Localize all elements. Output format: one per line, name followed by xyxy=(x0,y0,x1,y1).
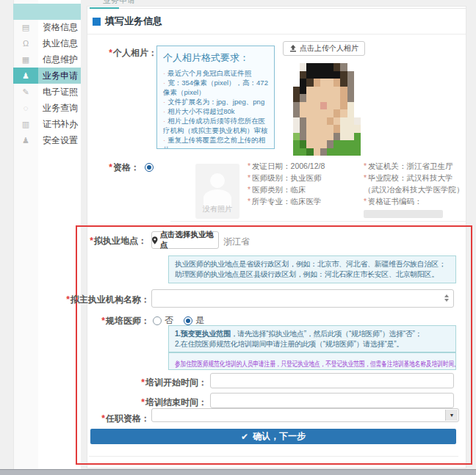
org-name-label: *拟主执业机构名称： xyxy=(62,294,150,306)
photo-requirement-item: ·文件扩展名为：jpg、jpeg、png xyxy=(163,97,268,106)
required-marker: * xyxy=(141,377,145,388)
silhouette-head xyxy=(210,173,225,188)
required-marker: * xyxy=(101,413,105,424)
page-header: 填写业务信息 xyxy=(93,15,162,28)
dropdown-arrow-icon[interactable]: ▼ xyxy=(445,410,458,421)
required-marker: * xyxy=(90,236,93,246)
bullet-icon: · xyxy=(163,98,165,106)
redacted-value xyxy=(364,210,443,218)
location-help-box: 执业医师的执业地点是省级行政区划，例如：北京市、河北省、新疆维吾尔族自治区；助理… xyxy=(168,255,456,283)
sidebar-item-business-query[interactable]: ◌业务查询 xyxy=(13,100,81,116)
qualification-label: *资格： xyxy=(87,162,140,174)
guipei-radio-no[interactable] xyxy=(153,316,162,325)
photo-requirement-item: ·相片大小不得超过80k xyxy=(163,106,268,116)
required-marker: * xyxy=(66,294,70,305)
sidebar-item-practice-info[interactable]: Ω执业信息 xyxy=(13,35,81,51)
tab-bar-divider xyxy=(119,8,466,9)
section-marker-icon xyxy=(93,18,101,26)
training-note-text: 参加住院医师规范化培训的人员申请注册，只登记执业地点，不登记执业范围，但需备注培… xyxy=(175,359,456,369)
photo-requirements-title: 个人相片格式要求： xyxy=(163,51,268,65)
sidebar-item-label: 安全设置 xyxy=(38,132,81,148)
confirm-next-button[interactable]: ✔ 确认，下一步 xyxy=(90,429,456,444)
required-marker: * xyxy=(141,397,145,407)
clipped-tab[interactable]: 业务申请 xyxy=(103,0,154,7)
choose-location-button[interactable]: 点击选择执业地点 xyxy=(151,231,219,249)
train-end-input[interactable] xyxy=(210,393,454,408)
qualification-field: *毕业院校：武汉科技大学（武汉冶金科技大学医学院） xyxy=(364,172,465,195)
photo-label: *个人相片： xyxy=(87,47,157,59)
bullet-icon: · xyxy=(163,79,165,87)
photo-requirements-list: ·最近六个月免冠白底证件照·宽：354像素（pixel），高：472像素（pix… xyxy=(163,68,268,149)
help-line: 1.预变更执业范围，请先选择“拟执业地点”，然后此项（“规培医师”）选择“否”； xyxy=(175,329,450,339)
sidebar-item-label: 证书补办 xyxy=(38,116,81,132)
upload-photo-button[interactable]: 点击上传个人相片 xyxy=(283,41,365,56)
no-photo-text: 没有照片 xyxy=(195,204,239,214)
page-title: 填写业务信息 xyxy=(105,15,162,28)
bullet-icon: * xyxy=(364,173,367,182)
required-marker: * xyxy=(101,316,105,326)
qualification-field: *资格证书编码： xyxy=(364,195,465,219)
bullet-icon: · xyxy=(163,136,165,144)
select-updown-icon xyxy=(444,294,449,302)
photo-requirements-box: 个人相片格式要求： ·最近六个月免冠白底证件照·宽：354像素（pixel），高… xyxy=(156,46,275,149)
bullet-icon: * xyxy=(364,162,367,170)
sidebar-item-security-settings[interactable]: ♟安全设置 xyxy=(13,132,81,148)
app-root: ▤资格信息Ω执业信息▦信息维护♟业务申请✎电子证照◌业务查询▥证书补办♟安全设置… xyxy=(0,0,476,475)
guipei-help-box: 1.预变更执业范围，请先选择“拟执业地点”，然后此项（“规培医师”）选择“否”；… xyxy=(168,325,456,352)
active-tab-underline xyxy=(90,7,119,9)
sidebar-item-label: 执业信息 xyxy=(38,35,81,51)
location-pin-icon xyxy=(152,236,158,244)
sidebar-item-label: 电子证照 xyxy=(38,84,81,100)
bullet-icon: * xyxy=(248,173,250,182)
sidebar-item-qualification-info[interactable]: ▤资格信息 xyxy=(13,19,81,35)
sidebar-item-info-maintenance[interactable]: ▦信息维护 xyxy=(13,51,81,68)
photo-requirement-item: ·相片上传成功后须等待您所在医疗机构（或拟主要执业机构）审核 xyxy=(163,116,268,135)
photo-requirement-item: ·宽：354像素（pixel），高：472像素（pixel） xyxy=(163,78,268,97)
qualification-fields-col2: *发证机关：浙江省卫生厅*毕业院校：武汉科技大学（武汉冶金科技大学医学院）*资格… xyxy=(364,160,465,219)
header-divider xyxy=(87,34,466,35)
user-icon: ♟ xyxy=(13,68,38,84)
qualification-divider xyxy=(170,221,466,222)
upload-button-label: 点击上传个人相片 xyxy=(300,43,358,54)
selected-location: 浙江省 xyxy=(223,236,250,248)
position-select[interactable]: ▼ xyxy=(151,408,459,422)
bullet-icon: · xyxy=(163,107,165,115)
sidebar-item-label: 资格信息 xyxy=(38,19,81,35)
train-start-label: *培训开始时间： xyxy=(125,377,207,389)
choose-location-label: 点击选择执业地点 xyxy=(160,230,218,250)
qualification-field: *所学专业：临床医学 xyxy=(248,195,359,207)
qualification-field: *发证日期：2006/12/8 xyxy=(248,160,359,172)
sidebar-item-e-certificate[interactable]: ✎电子证照 xyxy=(13,84,81,100)
card-icon: ▦ xyxy=(13,51,38,68)
qualification-fields-col1: *发证日期：2006/12/8*医师级别：执业医师*医师类别：临床*所学专业：临… xyxy=(248,160,359,207)
help-line: 执业医师的执业地点是省级行政区划，例如：北京市、河北省、新疆维吾尔族自治区； xyxy=(175,259,450,269)
confirm-next-label: 确认，下一步 xyxy=(253,430,306,443)
required-marker: * xyxy=(109,48,112,58)
clipped-tab-label: 业务申请 xyxy=(103,0,154,6)
org-name-select[interactable] xyxy=(151,289,454,308)
bullet-icon: * xyxy=(364,197,367,206)
bullet-icon: * xyxy=(248,197,250,206)
guipei-radio-yes[interactable] xyxy=(184,316,192,325)
qualification-radio[interactable] xyxy=(145,163,154,172)
upload-icon xyxy=(289,45,297,52)
no-photo-placeholder: 没有照片 xyxy=(195,164,239,219)
sidebar-item-certificate-reissue[interactable]: ▥证书补办 xyxy=(13,116,81,132)
guipei-label: *规培医师： xyxy=(68,315,150,327)
sidebar-nav: ▤资格信息Ω执业信息▦信息维护♟业务申请✎电子证照◌业务查询▥证书补办♟安全设置 xyxy=(13,19,81,148)
qualification-field: *医师类别：临床 xyxy=(248,184,359,195)
edit-icon: ✎ xyxy=(13,84,38,100)
window-footer xyxy=(0,469,476,475)
bullet-icon: · xyxy=(163,69,165,77)
chat-icon: ◌ xyxy=(13,100,38,116)
help-line: 助理医师的执业地点是区县级行政区划，例如：河北石家庄市长安区、北京朝阳区。 xyxy=(175,269,450,280)
practice-location-label: *拟执业地点： xyxy=(68,235,147,247)
photo-requirement-item: ·重复上传将覆盖您之前上传的相片 xyxy=(163,135,268,149)
train-end-label: *培训结束时间： xyxy=(125,396,207,409)
train-start-input[interactable] xyxy=(210,373,454,388)
qualification-field: *发证机关：浙江省卫生厅 xyxy=(364,160,465,172)
training-note-box: 参加住院医师规范化培训的人员申请注册，只登记执业地点，不登记执业范围，但需备注培… xyxy=(168,352,456,370)
sidebar-item-business-application[interactable]: ♟业务申请 xyxy=(13,68,81,84)
required-marker: * xyxy=(109,162,112,173)
book-icon: ▥ xyxy=(13,116,38,132)
